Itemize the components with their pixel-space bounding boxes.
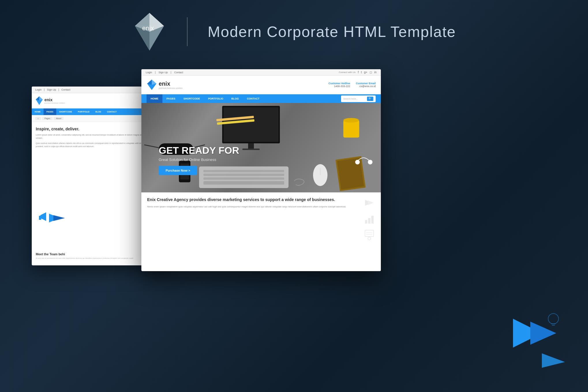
front-nav-portfolio[interactable]: PORTFOLIO xyxy=(204,94,227,103)
front-logo-area: enix premium business solution xyxy=(147,79,183,91)
front-nav-home[interactable]: HOME xyxy=(147,94,162,103)
front-logo-sub: premium business solution xyxy=(159,87,183,89)
svg-point-36 xyxy=(343,118,359,123)
svg-marker-67 xyxy=(542,353,565,368)
front-topbar-right: Connect with Us f t g+ ◻ in xyxy=(339,71,377,74)
linkedin-icon[interactable]: in xyxy=(374,71,377,74)
screen-front: Login | Sign Up | Contact Connect with U… xyxy=(141,69,381,271)
front-signup-link[interactable]: Sign Up xyxy=(158,71,168,74)
search-icon[interactable]: 🔍 xyxy=(367,97,373,101)
back-signup-link[interactable]: Sign Up xyxy=(47,88,56,91)
front-search-placeholder: Search here... xyxy=(343,97,366,100)
hotline-value: 1400-333-222 xyxy=(328,85,350,88)
svg-rect-56 xyxy=(368,218,370,224)
gray-decorative-icons xyxy=(364,197,375,240)
agency-text-area: Enix Creative Agency provides diverse ma… xyxy=(147,197,358,240)
main-tagline: Modern Corporate HTML Template xyxy=(208,23,456,40)
front-nav-blog[interactable]: BLOG xyxy=(227,94,243,103)
front-topbar: Login | Sign Up | Contact Connect with U… xyxy=(141,69,381,76)
purchase-now-button[interactable]: Purchase Now > xyxy=(159,166,197,175)
front-topbar-left: Login | Sign Up | Contact xyxy=(146,71,183,74)
svg-rect-31 xyxy=(248,143,254,149)
back-logo-area: enix premium business solution xyxy=(35,96,65,105)
svg-rect-57 xyxy=(371,216,374,224)
hero-title: GET READY FOR xyxy=(159,145,239,156)
back-contact-link[interactable]: Contact xyxy=(61,88,70,91)
back-blue-triangles xyxy=(38,207,66,231)
svg-rect-55 xyxy=(365,220,367,224)
hero-banner: GET READY FOR Great Solution for Online … xyxy=(141,103,381,192)
back-login-link[interactable]: Login xyxy=(35,88,42,91)
header-divider xyxy=(187,17,188,46)
connect-label: Connect with Us xyxy=(339,71,355,74)
email-value: cs@enix.co.id xyxy=(356,85,376,88)
front-nav-shortcode[interactable]: SHORTCODE xyxy=(179,94,204,103)
back-nav-blog[interactable]: BLOG xyxy=(93,108,104,115)
front-header: enix premium business solution Customer … xyxy=(141,76,381,94)
front-sep2: | xyxy=(171,71,171,74)
arrow-deco-icon xyxy=(364,197,375,209)
front-contact-link[interactable]: Contact xyxy=(174,71,183,74)
back-nav-portfolio[interactable]: PORTFOLIO xyxy=(75,108,93,115)
right-blue-triangles xyxy=(513,310,565,369)
front-logo-text: enix xyxy=(159,80,183,87)
svg-point-64 xyxy=(548,314,559,324)
twitter-icon[interactable]: t xyxy=(361,71,362,74)
svg-point-51 xyxy=(355,160,360,164)
hotline-label: Customer Hotline xyxy=(328,82,350,85)
header-section: enix Modern Corporate HTML Template xyxy=(0,12,588,52)
back-nav-shortcode[interactable]: SHORTCODE xyxy=(56,108,75,115)
svg-rect-48 xyxy=(337,158,364,190)
front-nav-items: HOME PAGES SHORTCODE PORTFOLIO BLOG CONT… xyxy=(147,94,263,103)
back-logo-sub: premium business solution xyxy=(44,102,65,104)
hotline-item: Customer Hotline 1400-333-222 xyxy=(328,82,350,88)
front-nav: HOME PAGES SHORTCODE PORTFOLIO BLOG CONT… xyxy=(141,94,381,103)
main-logo-icon: enix xyxy=(132,12,167,52)
instagram-icon[interactable]: ◻ xyxy=(370,71,372,74)
svg-rect-46 xyxy=(203,181,284,185)
google-plus-icon[interactable]: g+ xyxy=(364,71,367,74)
agency-desc: Nemo enim ipsam voluptatem quia voluptas… xyxy=(147,205,358,209)
svg-rect-32 xyxy=(242,149,260,150)
svg-text:enix: enix xyxy=(142,25,154,32)
breadcrumb-about[interactable]: About xyxy=(54,117,63,120)
back-sep2: | xyxy=(58,88,59,91)
front-nav-contact[interactable]: CONTACT xyxy=(243,94,263,103)
svg-point-61 xyxy=(368,237,371,240)
back-nav-pages[interactable]: PAGES xyxy=(44,108,56,115)
hero-subtitle: Great Solution for Online Business xyxy=(159,157,239,162)
email-label: Customer Email xyxy=(356,82,376,85)
front-contact-area: Customer Hotline 1400-333-222 Customer E… xyxy=(328,82,376,88)
svg-rect-45 xyxy=(203,177,284,180)
back-logo-icon xyxy=(35,96,43,105)
svg-marker-54 xyxy=(368,200,374,205)
front-login-link[interactable]: Login xyxy=(146,71,152,74)
agency-title: Enix Creative Agency provides diverse ma… xyxy=(147,197,358,203)
back-nav-contact[interactable]: CONTACT xyxy=(104,108,120,115)
front-logo-icon xyxy=(147,79,157,91)
back-sep1: | xyxy=(44,88,44,91)
facebook-icon[interactable]: f xyxy=(358,71,359,74)
svg-point-52 xyxy=(368,160,372,164)
front-nav-pages[interactable]: PAGES xyxy=(162,94,179,103)
certificate-deco-icon xyxy=(364,229,375,240)
breadcrumb-pages[interactable]: Pages xyxy=(42,117,53,120)
breadcrumb-home[interactable]: ⌂ xyxy=(35,117,41,120)
email-item: Customer Email cs@enix.co.id xyxy=(356,82,376,88)
front-search-box: Search here... 🔍 xyxy=(341,95,376,102)
back-nav-home[interactable]: HOME xyxy=(32,108,44,115)
screens-container: Login | Sign Up | Contact enix premium b… xyxy=(14,69,574,386)
svg-marker-23 xyxy=(53,215,65,221)
main-logo-area: enix xyxy=(132,12,167,52)
svg-rect-21 xyxy=(39,216,41,220)
front-sep1: | xyxy=(155,71,156,74)
chart-deco-icon xyxy=(364,213,375,224)
svg-rect-35 xyxy=(343,120,359,138)
svg-rect-58 xyxy=(365,230,374,237)
hero-text-overlay: GET READY FOR Great Solution for Online … xyxy=(159,145,239,175)
front-bottom-section: Enix Creative Agency provides diverse ma… xyxy=(141,192,381,245)
back-logo-text: enix xyxy=(44,97,65,102)
svg-rect-30 xyxy=(224,107,278,142)
